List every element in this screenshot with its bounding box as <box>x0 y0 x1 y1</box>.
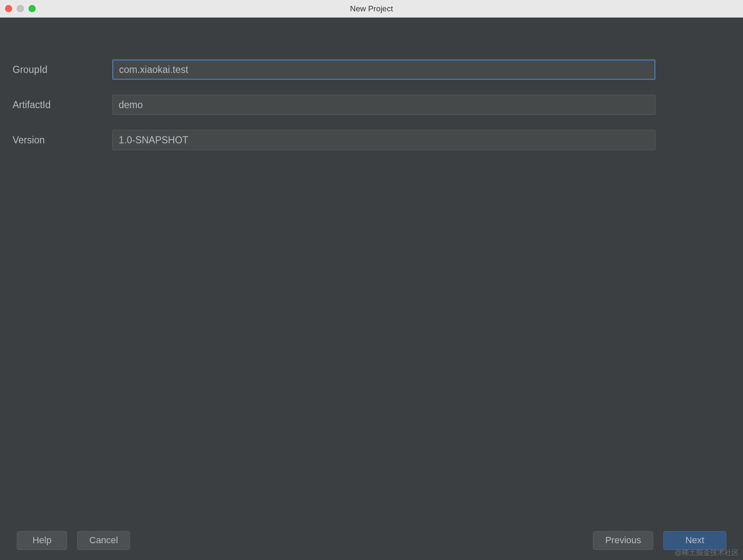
content-area: GroupId ArtifactId Version <box>0 18 743 526</box>
version-label: Version <box>13 135 112 146</box>
minimize-icon[interactable] <box>17 5 24 12</box>
footer: Help Cancel Previous Next <box>0 526 743 560</box>
traffic-lights <box>5 5 36 12</box>
artifactid-input[interactable] <box>112 95 655 115</box>
footer-left: Help Cancel <box>17 531 130 550</box>
zoom-icon[interactable] <box>29 5 36 12</box>
groupid-row: GroupId <box>13 60 730 80</box>
previous-button[interactable]: Previous <box>593 531 653 550</box>
version-input[interactable] <box>112 130 655 150</box>
footer-right: Previous Next <box>593 531 726 550</box>
titlebar: New Project <box>0 0 743 18</box>
artifactid-label: ArtifactId <box>13 99 112 111</box>
next-button[interactable]: Next <box>663 531 726 550</box>
close-icon[interactable] <box>5 5 12 12</box>
groupid-label: GroupId <box>13 64 112 75</box>
window-title: New Project <box>350 4 393 13</box>
version-row: Version <box>13 130 730 150</box>
cancel-button[interactable]: Cancel <box>77 531 130 550</box>
artifactid-row: ArtifactId <box>13 95 730 115</box>
watermark: @稀土掘金技术社区 <box>675 548 739 557</box>
help-button[interactable]: Help <box>17 531 67 550</box>
groupid-input[interactable] <box>112 60 655 80</box>
